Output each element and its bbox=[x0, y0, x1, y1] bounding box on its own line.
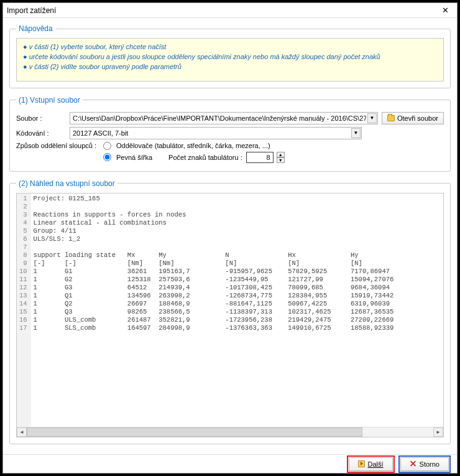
help-fieldset: Nápověda v části (1) vyberte soubor, kte… bbox=[9, 24, 451, 88]
scroll-track[interactable] bbox=[27, 427, 433, 437]
horizontal-scrollbar[interactable]: ◄ ► bbox=[17, 427, 443, 437]
help-line: v části (2) vidíte soubor upravený podle… bbox=[23, 62, 437, 72]
folder-icon bbox=[387, 115, 395, 121]
open-file-button[interactable]: Otevři soubor bbox=[382, 112, 444, 124]
help-legend: Nápověda bbox=[16, 24, 55, 33]
scroll-thumb[interactable] bbox=[27, 427, 362, 437]
preview-text[interactable]: Project: 0125_165 Reactions in supports … bbox=[31, 194, 443, 427]
preview-pane: 1 2 3 4 5 6 7 8 9 10 11 12 13 14 15 16 1… bbox=[16, 193, 444, 437]
scroll-left-icon[interactable]: ◄ bbox=[17, 427, 27, 437]
encoding-label: Kódování : bbox=[16, 129, 66, 137]
help-box: v části (1) vyberte soubor, který chcete… bbox=[16, 38, 444, 82]
input-file-fieldset: (1) Vstupní soubor Soubor : ▼ Otevři sou… bbox=[9, 96, 451, 172]
separator-label: Způsob oddělení sloupců : bbox=[16, 142, 103, 149]
preview-fieldset: (2) Náhled na vstupní soubor 1 2 3 4 5 6… bbox=[9, 179, 451, 444]
encoding-dropdown-icon[interactable]: ▼ bbox=[351, 128, 361, 138]
tab-width-label: Počet znaků tabulátoru : bbox=[168, 154, 242, 161]
next-label: Další bbox=[368, 460, 384, 468]
window-title: Import zatížení bbox=[7, 6, 437, 15]
file-dropdown-icon[interactable]: ▼ bbox=[367, 113, 377, 123]
titlebar: Import zatížení ✕ bbox=[3, 3, 457, 18]
tab-width-input[interactable] bbox=[246, 152, 274, 163]
separator-fixed-radio[interactable] bbox=[103, 153, 111, 161]
help-line: v části (1) vyberte soubor, který chcete… bbox=[23, 42, 437, 52]
preview-legend: (2) Náhled na vstupní soubor bbox=[16, 179, 117, 188]
spinner-up-icon[interactable]: ▲ bbox=[277, 152, 285, 157]
cancel-label: Storno bbox=[420, 460, 439, 468]
file-path-input[interactable] bbox=[70, 112, 378, 124]
separator-delim-label: Oddělovače (tabulátor, středník, čárka, … bbox=[116, 142, 270, 149]
tab-width-spinner[interactable]: ▲ ▼ bbox=[277, 152, 285, 163]
separator-delim-radio[interactable] bbox=[103, 142, 111, 150]
import-dialog: Import zatížení ✕ Nápověda v části (1) v… bbox=[2, 2, 458, 474]
separator-fixed-label: Pevná šířka bbox=[116, 154, 152, 161]
close-icon[interactable]: ✕ bbox=[437, 5, 453, 16]
cancel-button[interactable]: Storno bbox=[400, 457, 449, 471]
dialog-footer: Další Storno bbox=[3, 454, 457, 473]
cancel-icon bbox=[410, 460, 416, 467]
scroll-right-icon[interactable]: ► bbox=[433, 427, 443, 437]
file-label: Soubor : bbox=[16, 114, 66, 122]
open-file-label: Otevři soubor bbox=[397, 114, 438, 122]
dialog-content: Nápověda v části (1) vyberte soubor, kte… bbox=[3, 18, 457, 454]
help-line: určete kódování souboru a jestli jsou sl… bbox=[23, 52, 437, 62]
next-icon bbox=[358, 460, 365, 467]
encoding-select[interactable] bbox=[70, 127, 362, 139]
next-button[interactable]: Další bbox=[349, 457, 393, 471]
line-number-gutter: 1 2 3 4 5 6 7 8 9 10 11 12 13 14 15 16 1… bbox=[17, 194, 31, 427]
spinner-down-icon[interactable]: ▼ bbox=[277, 157, 285, 163]
input-file-legend: (1) Vstupní soubor bbox=[16, 96, 83, 105]
